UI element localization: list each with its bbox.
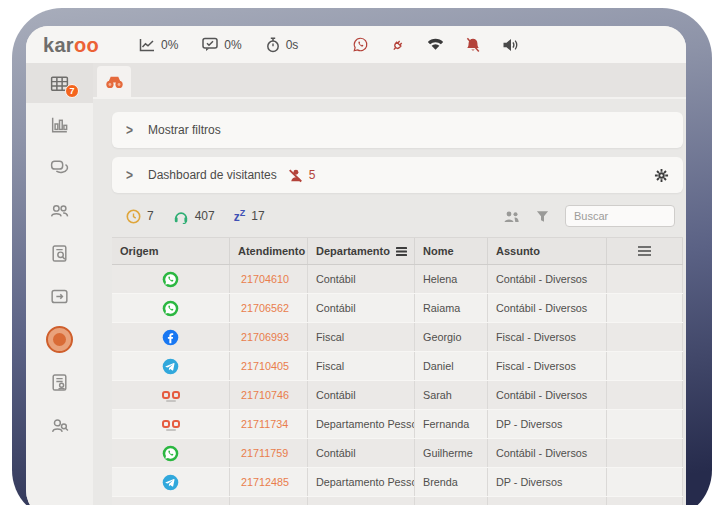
top-bar: karoo 0% 0% 0s (26, 26, 686, 63)
subject-cell: Contábil - Diversos (488, 294, 607, 322)
performance-value: 0% (161, 38, 178, 52)
channel-cell (112, 323, 230, 351)
sidebar-item-chats[interactable] (26, 146, 93, 189)
users-icon (49, 200, 70, 221)
filter-funnel-icon[interactable] (536, 210, 549, 223)
subject-cell: DP - Diversos (488, 410, 607, 438)
sidebar-item-agents[interactable] (26, 361, 93, 404)
row-actions-cell (607, 294, 683, 322)
ticket-cell[interactable]: 21704610 (230, 265, 308, 293)
header-origem[interactable]: Origem (112, 238, 230, 264)
sidebar-item-campaigns[interactable] (26, 275, 93, 318)
sidebar-item-reports[interactable] (26, 103, 93, 146)
queue-toolbar: 7 407 zZ 17 (112, 202, 683, 230)
tab-visitors[interactable] (97, 66, 131, 97)
name-cell: Brenda (415, 468, 488, 496)
chevron-right-icon: > (126, 122, 133, 138)
table-row-partial (112, 497, 683, 505)
name-cell: Raiama (415, 294, 488, 322)
channel-cell (112, 410, 230, 438)
sidebar-item-history[interactable] (26, 232, 93, 275)
connection-plug-icon[interactable] (390, 37, 406, 53)
brand-logo: karoo (43, 35, 99, 55)
gear-icon[interactable] (654, 168, 669, 183)
channel-cell (112, 439, 230, 467)
visitors-dashboard-expander[interactable]: > Dashboard de visitantes 5 (112, 157, 683, 193)
ticket-cell[interactable]: 21710746 (230, 381, 308, 409)
table-row[interactable]: 21706562 Contábil Raiama Contábil - Dive… (112, 294, 683, 323)
line-chart-icon (139, 38, 155, 52)
ticket-cell[interactable]: 21712485 (230, 468, 308, 496)
webchat-icon (162, 389, 180, 402)
telegram-icon (162, 358, 179, 375)
wifi-icon (427, 38, 444, 51)
waiting-count: 7 (147, 209, 154, 223)
name-cell: Fernanda (415, 410, 488, 438)
name-cell: Georgio (415, 323, 488, 351)
agents-icon[interactable] (503, 210, 520, 223)
visitor-lost-icon (288, 168, 303, 183)
sidebar-item-visitors-active[interactable] (26, 318, 93, 361)
table-header: Origem Atendimento Departamento Nome Ass… (112, 237, 683, 265)
performance-stat: 0% (139, 38, 178, 52)
ticket-cell[interactable]: 21711734 (230, 410, 308, 438)
subject-cell: Fiscal - Diversos (488, 323, 607, 351)
column-menu-button[interactable] (607, 238, 683, 264)
channel-cell (112, 265, 230, 293)
department-cell: Departamento Pessoal (308, 410, 415, 438)
clock-icon (126, 209, 141, 224)
subject-cell: Contábil - Diversos (488, 265, 607, 293)
waiting-stat: 7 (126, 209, 154, 224)
active-visitor-orb-icon (46, 326, 73, 353)
header-assunto[interactable]: Assunto (488, 238, 607, 264)
table-row[interactable]: 21706993 Fiscal Georgio Fiscal - Diverso… (112, 323, 683, 352)
binoculars-icon (105, 75, 124, 89)
header-atendimento[interactable]: Atendimento (230, 238, 308, 264)
table-row[interactable]: 21712485 Departamento Pessoal Brenda DP … (112, 468, 683, 497)
row-actions-cell (607, 439, 683, 467)
sidebar-item-supervision[interactable] (26, 404, 93, 447)
channel-cell (112, 381, 230, 409)
ticket-cell[interactable]: 21711759 (230, 439, 308, 467)
stopwatch-icon (266, 37, 280, 53)
department-filter-icon[interactable] (396, 246, 407, 257)
header-departamento[interactable]: Departamento (308, 238, 415, 264)
subject-cell: Fiscal - Diversos (488, 352, 607, 380)
subject-cell: DP - Diversos (488, 468, 607, 496)
inbox-count-badge: 7 (65, 84, 79, 98)
filters-label: Mostrar filtros (148, 123, 221, 137)
speaker-icon[interactable] (502, 38, 518, 52)
name-cell: Daniel (415, 352, 488, 380)
attendance-table: Origem Atendimento Departamento Nome Ass… (112, 237, 683, 505)
document-person-icon (49, 372, 70, 393)
department-cell: Contábil (308, 439, 415, 467)
idle-count: 17 (251, 209, 264, 223)
table-row[interactable]: 21704610 Contábil Helena Contábil - Dive… (112, 265, 683, 294)
visitor-lost-count: 5 (309, 168, 316, 182)
sidebar-item-inbox[interactable]: 7 (26, 63, 93, 103)
department-cell: Fiscal (308, 323, 415, 351)
document-search-icon (49, 243, 70, 264)
channel-cell (112, 352, 230, 380)
table-row[interactable]: 21710746 Contábil Sarah Contábil - Diver… (112, 381, 683, 410)
ticket-cell[interactable]: 21710405 (230, 352, 308, 380)
header-nome[interactable]: Nome (415, 238, 488, 264)
table-row[interactable]: 21710405 Fiscal Daniel Fiscal - Diversos (112, 352, 683, 381)
channel-cell (112, 294, 230, 322)
row-actions-cell (607, 468, 683, 496)
row-actions-cell (607, 323, 683, 351)
notifications-muted-icon[interactable] (465, 37, 481, 53)
chevron-right-icon: > (126, 167, 133, 183)
whatsapp-status-icon[interactable] (352, 36, 369, 53)
ticket-cell[interactable]: 21706993 (230, 323, 308, 351)
app-window: karoo 0% 0% 0s (26, 26, 686, 505)
tab-strip (93, 63, 686, 99)
bar-chart-icon (49, 114, 70, 135)
messages-value: 0% (224, 38, 241, 52)
sidebar-item-contacts[interactable] (26, 189, 93, 232)
search-input[interactable] (565, 205, 675, 227)
table-row[interactable]: 21711759 Contábil Guilherme Contábil - D… (112, 439, 683, 468)
filters-expander[interactable]: > Mostrar filtros (112, 112, 683, 148)
table-row[interactable]: 21711734 Departamento Pessoal Fernanda D… (112, 410, 683, 439)
ticket-cell[interactable]: 21706562 (230, 294, 308, 322)
